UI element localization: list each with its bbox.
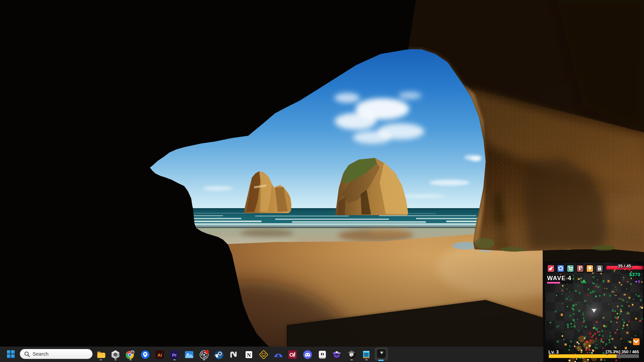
svg-text:Pr: Pr <box>172 353 177 358</box>
svg-text:N: N <box>247 352 251 358</box>
svg-text:Ai: Ai <box>158 353 162 358</box>
